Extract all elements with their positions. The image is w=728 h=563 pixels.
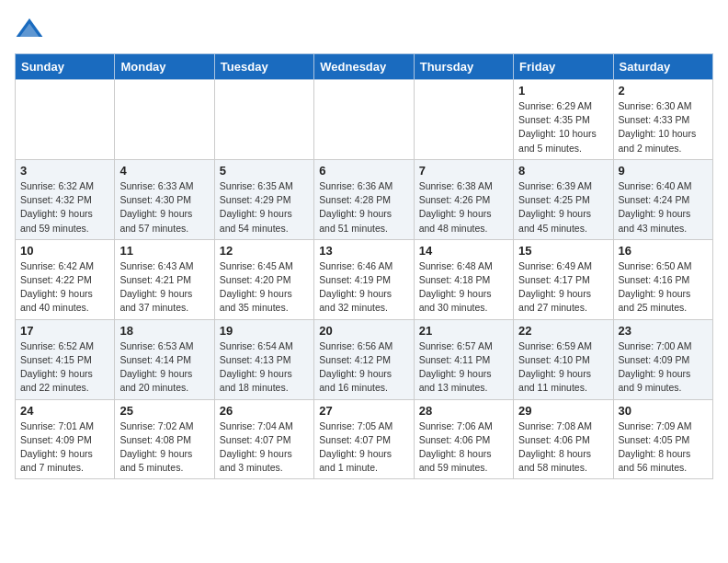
- calendar-cell: 9Sunrise: 6:40 AM Sunset: 4:24 PM Daylig…: [613, 159, 712, 239]
- day-number: 24: [20, 404, 109, 418]
- day-detail: Sunrise: 6:50 AM Sunset: 4:16 PM Dayligh…: [619, 259, 708, 316]
- calendar-body: 1Sunrise: 6:29 AM Sunset: 4:35 PM Daylig…: [16, 80, 713, 479]
- day-number: 3: [20, 164, 109, 178]
- page-header: [15, 15, 713, 44]
- day-detail: Sunrise: 6:56 AM Sunset: 4:12 PM Dayligh…: [319, 339, 408, 396]
- day-number: 5: [220, 164, 309, 178]
- day-number: 7: [419, 164, 508, 178]
- day-number: 16: [619, 244, 708, 258]
- calendar-cell: 7Sunrise: 6:38 AM Sunset: 4:26 PM Daylig…: [414, 159, 513, 239]
- calendar-header-row: SundayMondayTuesdayWednesdayThursdayFrid…: [16, 54, 713, 80]
- calendar-cell: 29Sunrise: 7:08 AM Sunset: 4:06 PM Dayli…: [514, 399, 613, 479]
- day-detail: Sunrise: 6:54 AM Sunset: 4:13 PM Dayligh…: [220, 339, 309, 396]
- calendar-cell: 24Sunrise: 7:01 AM Sunset: 4:09 PM Dayli…: [16, 399, 115, 479]
- calendar-cell: [414, 80, 513, 160]
- day-number: 28: [419, 404, 508, 418]
- calendar-header-sunday: Sunday: [16, 54, 115, 80]
- calendar-cell: 26Sunrise: 7:04 AM Sunset: 4:07 PM Dayli…: [214, 399, 313, 479]
- calendar-header-friday: Friday: [514, 54, 613, 80]
- calendar-cell: [115, 80, 214, 160]
- day-detail: Sunrise: 6:52 AM Sunset: 4:15 PM Dayligh…: [20, 339, 109, 396]
- calendar-cell: 3Sunrise: 6:32 AM Sunset: 4:32 PM Daylig…: [16, 159, 115, 239]
- day-detail: Sunrise: 6:48 AM Sunset: 4:18 PM Dayligh…: [419, 259, 508, 316]
- day-number: 29: [518, 404, 608, 418]
- calendar-table: SundayMondayTuesdayWednesdayThursdayFrid…: [15, 53, 713, 479]
- calendar-header-monday: Monday: [115, 54, 214, 80]
- calendar-cell: 16Sunrise: 6:50 AM Sunset: 4:16 PM Dayli…: [613, 239, 712, 319]
- day-detail: Sunrise: 6:53 AM Sunset: 4:14 PM Dayligh…: [119, 339, 209, 396]
- day-number: 6: [319, 164, 408, 178]
- day-detail: Sunrise: 6:57 AM Sunset: 4:11 PM Dayligh…: [419, 339, 508, 396]
- calendar-header-thursday: Thursday: [414, 54, 513, 80]
- day-number: 9: [619, 164, 708, 178]
- calendar-header-saturday: Saturday: [613, 54, 712, 80]
- day-number: 1: [518, 84, 608, 98]
- calendar-week-5: 24Sunrise: 7:01 AM Sunset: 4:09 PM Dayli…: [16, 399, 713, 479]
- logo: [15, 15, 50, 44]
- calendar-week-4: 17Sunrise: 6:52 AM Sunset: 4:15 PM Dayli…: [16, 319, 713, 399]
- calendar-cell: 5Sunrise: 6:35 AM Sunset: 4:29 PM Daylig…: [214, 159, 313, 239]
- day-detail: Sunrise: 6:42 AM Sunset: 4:22 PM Dayligh…: [20, 259, 109, 316]
- day-number: 4: [119, 164, 209, 178]
- calendar-cell: 20Sunrise: 6:56 AM Sunset: 4:12 PM Dayli…: [314, 319, 414, 399]
- day-detail: Sunrise: 6:46 AM Sunset: 4:19 PM Dayligh…: [319, 259, 408, 316]
- calendar-cell: 8Sunrise: 6:39 AM Sunset: 4:25 PM Daylig…: [514, 159, 613, 239]
- day-number: 12: [220, 244, 309, 258]
- day-number: 10: [20, 244, 109, 258]
- day-detail: Sunrise: 6:35 AM Sunset: 4:29 PM Dayligh…: [220, 179, 309, 236]
- day-number: 2: [619, 84, 708, 98]
- day-number: 14: [419, 244, 508, 258]
- day-detail: Sunrise: 7:04 AM Sunset: 4:07 PM Dayligh…: [220, 419, 309, 476]
- day-number: 30: [619, 404, 708, 418]
- calendar-header-wednesday: Wednesday: [314, 54, 414, 80]
- calendar-week-2: 3Sunrise: 6:32 AM Sunset: 4:32 PM Daylig…: [16, 159, 713, 239]
- day-number: 18: [119, 324, 209, 338]
- day-detail: Sunrise: 6:29 AM Sunset: 4:35 PM Dayligh…: [518, 99, 608, 155]
- calendar-cell: 1Sunrise: 6:29 AM Sunset: 4:35 PM Daylig…: [514, 80, 613, 160]
- calendar-cell: 2Sunrise: 6:30 AM Sunset: 4:33 PM Daylig…: [613, 80, 712, 160]
- calendar-cell: 14Sunrise: 6:48 AM Sunset: 4:18 PM Dayli…: [414, 239, 513, 319]
- day-detail: Sunrise: 7:02 AM Sunset: 4:08 PM Dayligh…: [119, 419, 209, 476]
- day-number: 26: [220, 404, 309, 418]
- calendar-header-tuesday: Tuesday: [214, 54, 313, 80]
- day-detail: Sunrise: 6:59 AM Sunset: 4:10 PM Dayligh…: [518, 339, 608, 396]
- day-number: 13: [319, 244, 408, 258]
- day-number: 23: [619, 324, 708, 338]
- day-detail: Sunrise: 6:39 AM Sunset: 4:25 PM Dayligh…: [518, 179, 608, 236]
- calendar-cell: 17Sunrise: 6:52 AM Sunset: 4:15 PM Dayli…: [16, 319, 115, 399]
- day-detail: Sunrise: 7:09 AM Sunset: 4:05 PM Dayligh…: [619, 419, 708, 476]
- calendar-cell: [214, 80, 313, 160]
- calendar-cell: 23Sunrise: 7:00 AM Sunset: 4:09 PM Dayli…: [613, 319, 712, 399]
- calendar-cell: 10Sunrise: 6:42 AM Sunset: 4:22 PM Dayli…: [16, 239, 115, 319]
- day-detail: Sunrise: 6:43 AM Sunset: 4:21 PM Dayligh…: [119, 259, 209, 316]
- calendar-cell: 4Sunrise: 6:33 AM Sunset: 4:30 PM Daylig…: [115, 159, 214, 239]
- day-number: 25: [119, 404, 209, 418]
- day-detail: Sunrise: 6:32 AM Sunset: 4:32 PM Dayligh…: [20, 179, 109, 236]
- calendar-cell: 13Sunrise: 6:46 AM Sunset: 4:19 PM Dayli…: [314, 239, 414, 319]
- day-detail: Sunrise: 6:40 AM Sunset: 4:24 PM Dayligh…: [619, 179, 708, 236]
- day-detail: Sunrise: 7:06 AM Sunset: 4:06 PM Dayligh…: [419, 419, 508, 476]
- day-number: 22: [518, 324, 608, 338]
- day-detail: Sunrise: 7:01 AM Sunset: 4:09 PM Dayligh…: [20, 419, 109, 476]
- day-detail: Sunrise: 6:49 AM Sunset: 4:17 PM Dayligh…: [518, 259, 608, 316]
- day-detail: Sunrise: 6:45 AM Sunset: 4:20 PM Dayligh…: [220, 259, 309, 316]
- day-number: 8: [518, 164, 608, 178]
- calendar-cell: 15Sunrise: 6:49 AM Sunset: 4:17 PM Dayli…: [514, 239, 613, 319]
- day-number: 21: [419, 324, 508, 338]
- calendar-cell: 22Sunrise: 6:59 AM Sunset: 4:10 PM Dayli…: [514, 319, 613, 399]
- calendar-cell: 30Sunrise: 7:09 AM Sunset: 4:05 PM Dayli…: [613, 399, 712, 479]
- calendar-cell: [16, 80, 115, 160]
- logo-icon: [15, 15, 44, 44]
- calendar-cell: 21Sunrise: 6:57 AM Sunset: 4:11 PM Dayli…: [414, 319, 513, 399]
- day-number: 11: [119, 244, 209, 258]
- day-detail: Sunrise: 6:30 AM Sunset: 4:33 PM Dayligh…: [619, 99, 708, 155]
- calendar-cell: 18Sunrise: 6:53 AM Sunset: 4:14 PM Dayli…: [115, 319, 214, 399]
- day-number: 19: [220, 324, 309, 338]
- calendar-cell: 19Sunrise: 6:54 AM Sunset: 4:13 PM Dayli…: [214, 319, 313, 399]
- day-detail: Sunrise: 6:38 AM Sunset: 4:26 PM Dayligh…: [419, 179, 508, 236]
- day-detail: Sunrise: 6:36 AM Sunset: 4:28 PM Dayligh…: [319, 179, 408, 236]
- calendar-cell: [314, 80, 414, 160]
- day-detail: Sunrise: 7:08 AM Sunset: 4:06 PM Dayligh…: [518, 419, 608, 476]
- calendar-week-1: 1Sunrise: 6:29 AM Sunset: 4:35 PM Daylig…: [16, 80, 713, 160]
- calendar-cell: 11Sunrise: 6:43 AM Sunset: 4:21 PM Dayli…: [115, 239, 214, 319]
